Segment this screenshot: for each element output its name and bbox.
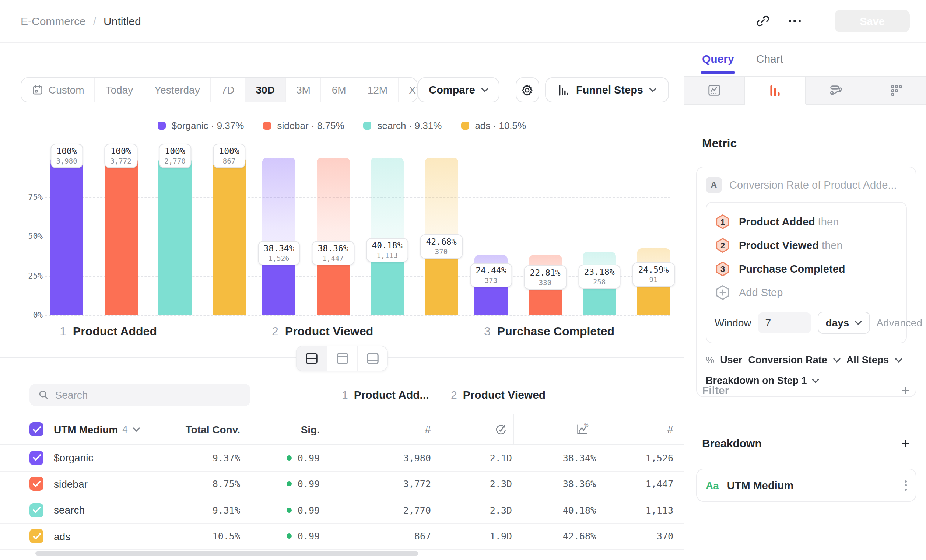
tab-chart[interactable]: Chart	[756, 52, 783, 74]
total-conv-header[interactable]: Total Conv.	[186, 423, 240, 435]
table-row-search[interactable]: search9.31%0.992,7702.3D40.18%1,113	[0, 497, 684, 524]
bar-value-label: 22.81%330	[524, 265, 566, 289]
total-conv-value: 10.5%	[213, 531, 240, 542]
range-custom[interactable]: Custom	[21, 78, 94, 102]
legend-item-organic[interactable]: $organic · 9.37%	[157, 120, 244, 131]
chevron-down-icon	[854, 321, 861, 325]
group-column-label[interactable]: UTM Medium	[54, 423, 118, 435]
breadcrumb-project[interactable]: E-Commerce	[21, 15, 86, 27]
table-row-sidebar[interactable]: sidebar8.75%0.993,7722.3D38.36%1,447	[0, 471, 684, 497]
range-30d[interactable]: 30D	[245, 78, 285, 102]
bar-ads-step1[interactable]: 100%867	[213, 158, 246, 315]
count-metric-icon[interactable]: #	[425, 423, 431, 436]
conversion-rate-icon[interactable]: %	[575, 422, 589, 436]
chevron-down-icon[interactable]	[133, 427, 140, 431]
legend-label: ads · 10.5%	[475, 120, 526, 131]
bar-ads-step3[interactable]: 24.59%91	[637, 158, 670, 315]
chart-legend: $organic · 9.37%sidebar · 8.75%search · …	[0, 120, 684, 131]
window-value-input[interactable]	[758, 312, 811, 333]
query-step-3[interactable]: 3Purchase Completed	[714, 257, 898, 281]
range-7d[interactable]: 7D	[210, 78, 245, 102]
measure-entity[interactable]: User	[720, 354, 742, 365]
horizontal-scrollbar-thumb[interactable]	[35, 551, 418, 555]
search-input[interactable]	[55, 389, 242, 401]
range-today[interactable]: Today	[94, 78, 143, 102]
bar-pct: 100%	[219, 146, 239, 156]
row-name: search	[54, 504, 85, 516]
step1-column-header[interactable]: 1Product Add...	[334, 388, 429, 401]
step2-column-header[interactable]: 2Product Viewed	[443, 388, 546, 401]
series-letter-badge: A	[706, 177, 722, 193]
bar-search-step3[interactable]: 23.18%258	[583, 158, 616, 315]
total-conv-value: 9.37%	[213, 453, 240, 463]
bar-sidebar-step2[interactable]: 38.36%1,447	[316, 158, 350, 315]
compare-button[interactable]: Compare	[418, 77, 499, 103]
measure-type-dropdown[interactable]: Conversion Rate	[748, 354, 827, 365]
window-label: Window	[714, 317, 751, 328]
bar-organic-step3[interactable]: 24.44%373	[474, 158, 508, 315]
row-checkbox[interactable]	[29, 530, 44, 543]
legend-item-search[interactable]: search · 9.31%	[363, 120, 442, 131]
more-menu-button[interactable]	[782, 9, 807, 33]
save-button[interactable]: Save	[835, 9, 910, 32]
row-checkbox[interactable]	[29, 451, 44, 465]
share-link-button[interactable]	[750, 9, 775, 33]
bar-search-step1[interactable]: 100%2,770	[158, 158, 192, 315]
tab-insights-chart[interactable]	[684, 77, 745, 104]
breadcrumb-title[interactable]: Untitled	[103, 15, 141, 27]
bar-organic-step1[interactable]: 100%3,980	[50, 158, 83, 315]
chart-type-dropdown[interactable]: Funnel Steps	[545, 77, 669, 103]
tab-query[interactable]: Query	[702, 52, 734, 74]
bar-count: 91	[638, 276, 669, 284]
add-filter-button[interactable]: +	[902, 383, 910, 397]
legend-item-sidebar[interactable]: sidebar · 8.75%	[263, 120, 344, 131]
query-step-2[interactable]: 2Product Viewed then	[714, 233, 898, 257]
sig-header[interactable]: Sig.	[301, 423, 320, 435]
row-checkbox[interactable]	[29, 503, 44, 517]
table-row-organic[interactable]: $organic9.37%0.993,9802.1D38.34%1,526	[0, 445, 684, 471]
y-axis-tick: 75%	[0, 192, 43, 201]
bar-search-step2[interactable]: 40.18%1,113	[371, 158, 404, 315]
bar-value-label: 24.44%373	[470, 263, 512, 287]
bar-sidebar-step1[interactable]: 100%3,772	[104, 158, 138, 315]
add-step-button[interactable]: Add Step	[714, 281, 898, 304]
layout-toggle-bottom-view[interactable]	[357, 346, 387, 371]
range-xtd[interactable]: XTD	[398, 78, 418, 102]
tab-retention-grid[interactable]	[866, 77, 926, 104]
date-range-segmented-control: CustomTodayYesterday7D30D3M6M12MXTD	[21, 77, 418, 103]
bar-pct: 24.44%	[475, 265, 506, 275]
select-all-checkbox[interactable]	[29, 422, 44, 436]
tab-funnel-chart[interactable]	[745, 77, 806, 104]
metric-series-row[interactable]: A Conversion Rate of Product Adde...	[706, 177, 907, 193]
range-3m[interactable]: 3M	[285, 78, 321, 102]
bar-ads-step2[interactable]: 42.68%370	[425, 158, 458, 315]
time-to-convert-icon[interactable]	[494, 422, 508, 436]
legend-item-ads[interactable]: ads · 10.5%	[461, 120, 526, 131]
legend-swatch	[157, 121, 166, 130]
bar-sidebar-step3[interactable]: 22.81%330	[528, 158, 562, 315]
add-breakdown-button[interactable]: +	[902, 436, 910, 450]
row-checkbox[interactable]	[29, 477, 44, 491]
kebab-menu-icon[interactable]	[905, 480, 907, 490]
bar-organic-step2[interactable]: 38.34%1,526	[262, 158, 295, 315]
chart-settings-button[interactable]	[516, 77, 539, 103]
tab-flow-chart[interactable]	[806, 77, 866, 104]
query-step-1[interactable]: 1Product Added then	[714, 210, 898, 233]
metric-heading: Metric	[702, 137, 737, 150]
breakdown-item-card[interactable]: Aa UTM Medium	[696, 469, 917, 502]
advanced-toggle[interactable]: Advanced	[876, 317, 926, 328]
bar-count: 258	[584, 278, 614, 286]
table-body: $organic9.37%0.993,9802.1D38.34%1,526sid…	[0, 445, 684, 550]
layout-toggle-split-view[interactable]	[297, 346, 327, 371]
table-row-ads[interactable]: ads10.5%0.998671.9D42.68%370	[0, 524, 684, 550]
layout-toggle-top-view[interactable]	[327, 346, 357, 371]
range-6m[interactable]: 6M	[321, 78, 357, 102]
funnel-chart: 75%50%25%0% 100%3,980100%3,772100%2,7701…	[0, 158, 684, 315]
measure-scope-dropdown[interactable]: All Steps	[846, 354, 889, 365]
step2-count: 370	[657, 531, 673, 542]
conversion-bar	[158, 158, 192, 315]
range-12m[interactable]: 12M	[357, 78, 398, 102]
range-yesterday[interactable]: Yesterday	[143, 78, 210, 102]
window-unit-dropdown[interactable]: days	[818, 312, 870, 334]
count-metric-icon[interactable]: #	[667, 423, 673, 436]
